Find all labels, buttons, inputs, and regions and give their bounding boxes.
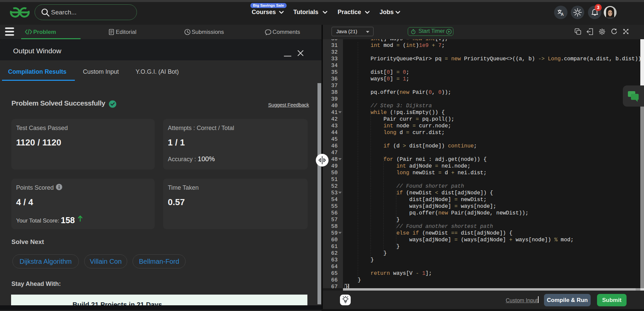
svg-text:A: A [561, 12, 564, 17]
